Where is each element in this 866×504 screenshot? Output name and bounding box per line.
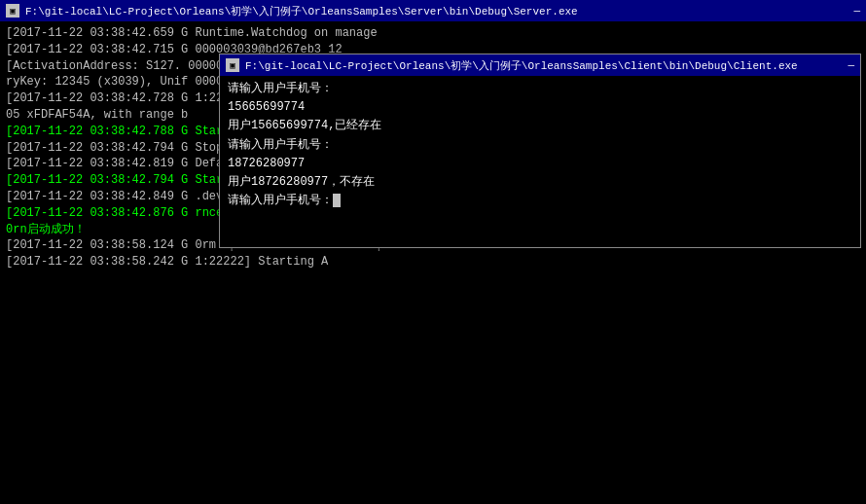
client-title: F:\git-local\LC-Project\Orleans\初学\入门例子\… bbox=[245, 58, 798, 73]
cursor bbox=[333, 194, 341, 207]
server-line: [2017-11-22 03:38:42.659 G Runtime.Watch… bbox=[6, 25, 860, 42]
server-close-btn[interactable]: — bbox=[853, 5, 860, 17]
client-console-output: 请输入用户手机号：15665699774用户15665699774,已经存在请输… bbox=[220, 76, 860, 247]
client-close-btn[interactable]: — bbox=[848, 59, 854, 71]
client-line: 请输入用户手机号： bbox=[228, 80, 852, 98]
server-titlebar: ▣ F:\git-local\LC-Project\Orleans\初学\入门例… bbox=[0, 0, 866, 21]
client-line: 用户18726280977，不存在 bbox=[228, 173, 852, 192]
client-titlebar-left: ▣ F:\git-local\LC-Project\Orleans\初学\入门例… bbox=[226, 58, 798, 73]
client-window: ▣ F:\git-local\LC-Project\Orleans\初学\入门例… bbox=[219, 54, 861, 248]
server-title: F:\git-local\LC-Project\Orleans\初学\入门例子\… bbox=[25, 4, 578, 18]
client-line: 18726280977 bbox=[228, 155, 852, 173]
client-line: 请输入用户手机号： bbox=[228, 136, 852, 155]
client-window-icon: ▣ bbox=[226, 58, 239, 72]
client-line: 请输入用户手机号： bbox=[228, 192, 852, 210]
client-titlebar: ▣ F:\git-local\LC-Project\Orleans\初学\入门例… bbox=[220, 54, 860, 76]
server-line: [2017-11-22 03:38:58.242 G 1:22222] Star… bbox=[6, 254, 860, 270]
titlebar-left: ▣ F:\git-local\LC-Project\Orleans\初学\入门例… bbox=[6, 4, 578, 18]
client-line: 15665699774 bbox=[228, 98, 852, 117]
client-line: 用户15665699774,已经存在 bbox=[228, 117, 852, 135]
server-window-icon: ▣ bbox=[6, 4, 19, 18]
